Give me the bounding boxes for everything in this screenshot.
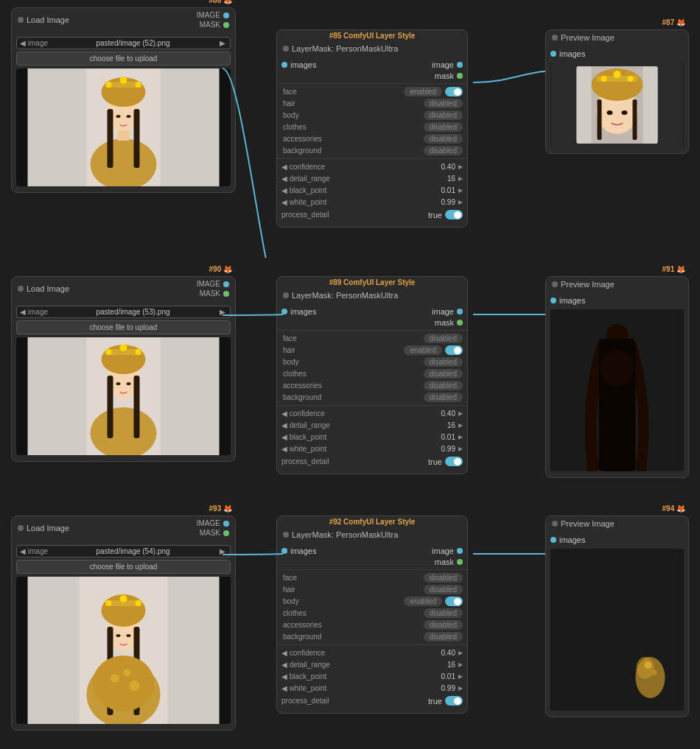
image-selector-90[interactable]: ◀ image pasted/image (53).png ▶ — [16, 306, 231, 318]
output-mask-connector-93[interactable] — [223, 530, 229, 536]
output-image-label: IMAGE — [197, 11, 220, 19]
bp-right-89[interactable]: ▶ — [458, 434, 463, 440]
output-mask-connector[interactable] — [223, 22, 229, 28]
lm-input-connector-85[interactable] — [281, 62, 287, 68]
lm-output-image-label-92: image — [432, 546, 454, 555]
face-toggle-85[interactable] — [445, 87, 463, 96]
lm-output-image-connector-89[interactable] — [457, 309, 463, 314]
upload-btn-1[interactable]: choose file to upload — [16, 52, 231, 66]
lm-output-mask-connector-85[interactable] — [457, 73, 463, 79]
lm-id-badge-92: #92 ComfyUI Layer Style — [277, 516, 467, 527]
body-toggle-92[interactable] — [445, 597, 463, 606]
next-image-btn-93[interactable]: ▶ — [218, 547, 227, 555]
white-point-right-btn-85[interactable]: ▶ — [458, 199, 463, 205]
lm-output-mask-connector-89[interactable] — [457, 320, 463, 326]
output-mask-connector-90[interactable] — [223, 291, 229, 297]
layermask-node-92: #92 ComfyUI Layer Style LayerMask: Perso… — [276, 516, 468, 714]
conf-right-92[interactable]: ▶ — [458, 650, 463, 656]
hair-toggle-89[interactable] — [445, 345, 463, 355]
process-detail-label-85: process_detail — [281, 211, 329, 219]
lm-output-mask-label-85: mask — [435, 71, 454, 80]
preview-input-connector-91[interactable] — [550, 298, 556, 303]
output-image-connector-90[interactable] — [223, 281, 229, 287]
detail-range-row-89: ◀ detail_range 16▶ — [277, 420, 467, 431]
svg-point-13 — [127, 115, 131, 118]
hair-label-89: hair — [283, 346, 342, 354]
lm-output-image-connector-92[interactable] — [457, 548, 463, 554]
lm-subtitle-89: LayerMask: PersonMaskUltra — [292, 291, 398, 300]
preview-input-connector-94[interactable] — [550, 537, 556, 543]
next-image-btn-90[interactable]: ▶ — [218, 308, 227, 316]
dr-right-89[interactable]: ▶ — [458, 422, 463, 429]
face-label-89: face — [283, 334, 342, 342]
accessories-status-85: disabled — [424, 134, 463, 144]
upload-btn-93[interactable]: choose file to upload — [16, 560, 231, 574]
body-status-89: disabled — [424, 357, 463, 367]
hair-row-85: hair disabled — [277, 98, 467, 109]
preview-thumb-91 — [550, 309, 684, 471]
black-point-value-85: 0.01 — [441, 186, 455, 194]
detail-range-row-92: ◀ detail_range 16▶ — [277, 659, 467, 670]
upload-btn-90[interactable]: choose file to upload — [16, 320, 231, 334]
wp-right-89[interactable]: ▶ — [458, 446, 463, 452]
confidence-right-btn-85[interactable]: ▶ — [458, 163, 463, 170]
image-selector[interactable]: ◀ image pasted/image (52).png ▶ — [16, 37, 231, 49]
black-point-row-92: ◀ black_point 0.01▶ — [277, 671, 467, 682]
svg-point-39 — [120, 344, 127, 351]
face-row-89: face disabled — [277, 333, 467, 344]
preview-title-94: Preview Image — [561, 519, 615, 528]
process-detail-toggle-89[interactable] — [445, 457, 463, 466]
clothes-status-85: disabled — [424, 122, 463, 132]
background-row-92: background disabled — [277, 631, 467, 642]
lm-input-connector-92[interactable] — [281, 548, 287, 554]
process-detail-row-92: process_detail true — [277, 695, 467, 707]
layermask-node-85: #85 ComfyUI Layer Style LayerMask: Perso… — [276, 29, 468, 228]
clothes-row-89: clothes disabled — [277, 368, 467, 379]
black-point-right-btn-85[interactable]: ▶ — [458, 187, 463, 194]
bp-right-92[interactable]: ▶ — [458, 673, 463, 680]
svg-point-37 — [127, 382, 131, 385]
lm-id-badge-85: #85 ComfyUI Layer Style — [277, 30, 467, 41]
process-detail-toggle-85[interactable] — [445, 210, 463, 219]
lm-subtitle-92: LayerMask: PersonMaskUltra — [292, 530, 398, 539]
preview-title-87: Preview Image — [561, 33, 615, 42]
svg-point-54 — [127, 634, 131, 637]
svg-point-61 — [130, 681, 140, 691]
lm-status-dot-92 — [283, 532, 289, 538]
image-selector-label-90: ◀ image — [20, 308, 48, 316]
preview-id-badge-87: #87 🦊 — [662, 18, 685, 27]
image-filename: pasted/image (52).png — [51, 39, 215, 47]
svg-rect-27 — [643, 66, 658, 144]
next-image-btn[interactable]: ▶ — [218, 39, 227, 47]
dr-right-92[interactable]: ▶ — [458, 661, 463, 668]
preview-node-87: #87 🦊 Preview Image images — [545, 29, 689, 154]
clothes-status-89: disabled — [424, 369, 463, 379]
output-image-connector-93[interactable] — [223, 521, 229, 527]
wp-right-92[interactable]: ▶ — [458, 685, 463, 692]
output-image-label-90: IMAGE — [197, 280, 220, 288]
output-mask-label-90: MASK — [200, 289, 220, 298]
image-filename-93: pasted/image (54).png — [51, 547, 215, 555]
image-preview-90 — [16, 337, 231, 455]
svg-point-59 — [111, 674, 119, 683]
lm-input-label-92: images — [290, 546, 316, 555]
svg-point-58 — [93, 655, 155, 711]
detail-range-right-btn-85[interactable]: ▶ — [458, 175, 463, 182]
lm-output-mask-connector-92[interactable] — [457, 559, 463, 565]
lm-output-image-connector-85[interactable] — [457, 62, 463, 68]
svg-point-60 — [124, 669, 131, 676]
preview-input-connector-87[interactable] — [550, 51, 556, 57]
background-row-85: background disabled — [277, 145, 467, 156]
preview-title-91: Preview Image — [561, 280, 615, 289]
confidence-label-85: ◀ confidence — [281, 163, 325, 171]
lm-input-connector-89[interactable] — [281, 309, 287, 314]
svg-point-65 — [645, 661, 652, 669]
node-id-badge-93: #93 🦊 — [209, 504, 232, 513]
output-image-connector[interactable] — [223, 13, 229, 18]
hair-status-89: enabled — [404, 345, 442, 355]
lm-input-label-89: images — [290, 307, 316, 316]
conf-right-89[interactable]: ▶ — [458, 410, 463, 417]
process-detail-toggle-92[interactable] — [445, 696, 463, 706]
image-selector-93[interactable]: ◀ image pasted/image (54).png ▶ — [16, 545, 231, 558]
svg-point-55 — [106, 600, 112, 606]
